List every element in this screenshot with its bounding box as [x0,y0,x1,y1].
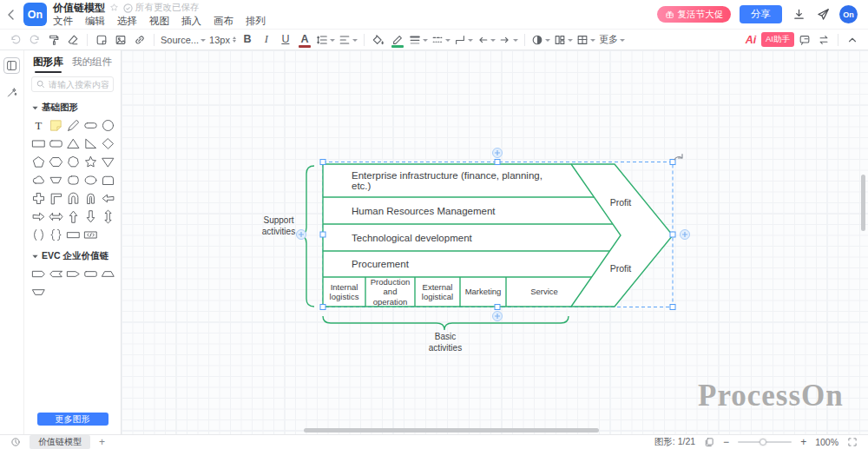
table-select[interactable] [575,31,596,49]
shape-rounded-rect[interactable] [48,135,64,152]
bold-button[interactable]: B [239,31,256,49]
shape-evc-rounded[interactable] [82,266,99,282]
add-page-button[interactable]: + [99,436,105,448]
font-family-select[interactable]: Source... [160,31,207,49]
ai-magic-icon[interactable] [3,84,20,101]
shape-arrow-up[interactable] [65,208,82,225]
shape-blob[interactable] [82,172,99,188]
font-size-select[interactable]: 13px [208,31,237,49]
line-width-select[interactable] [408,31,429,49]
shape-squircle[interactable] [65,172,82,188]
shape-right-triangle[interactable] [82,135,99,152]
arrow-start-select[interactable] [476,31,496,49]
line-height-select[interactable] [315,31,336,49]
arrow-end-select[interactable] [498,31,519,49]
profit-upper-label[interactable]: Profit [595,197,647,208]
shape-hexagon[interactable] [48,154,64,170]
connection-point[interactable] [493,149,503,158]
canvas[interactable]: Support activities Enterprise infrastruc… [122,50,868,434]
layout-select[interactable] [553,31,574,49]
redo-icon[interactable] [26,31,43,49]
vc-row-technological-development[interactable]: Technological development [352,224,560,251]
tab-shape-library[interactable]: 图形库 [33,51,63,73]
font-size-stepper[interactable] [233,36,236,43]
vc-cell-service[interactable]: Service [506,277,582,307]
shape-arrow-updown[interactable] [100,208,116,225]
search-input[interactable] [49,80,108,89]
vertical-scrollbar[interactable] [861,175,865,231]
pages-icon[interactable] [704,437,714,447]
account-avatar[interactable]: On [839,5,858,23]
shape-arch-narrow[interactable] [82,190,99,207]
menu-insert[interactable]: 插入 [181,15,201,28]
connection-point[interactable] [493,312,503,321]
shape-parens[interactable] [30,227,47,243]
link-icon[interactable] [131,31,148,49]
page-tab[interactable]: 价值链模型 [30,435,90,449]
shape-rect[interactable] [30,135,47,152]
vc-cell-internal-logistics[interactable]: Internal logistics [323,277,365,307]
format-painter-icon[interactable] [45,31,62,49]
underline-button[interactable]: U [277,31,294,49]
profit-lower-label[interactable]: Profit [595,263,647,274]
share-button[interactable]: 分享 [740,5,782,23]
shape-evc-trap-down[interactable] [30,284,47,300]
vc-row-human-resources[interactable]: Human Resources Management [352,197,560,224]
shape-evc-flag[interactable] [30,266,47,282]
shape-diamond[interactable] [100,135,116,152]
shape-arrow-double[interactable] [48,208,64,225]
vc-cell-external-logistical[interactable]: External logistical [415,277,460,307]
shape-code-box[interactable] [82,227,99,243]
shape-triangle[interactable] [65,135,82,152]
font-color-button[interactable]: A [296,31,313,49]
resize-handle[interactable] [320,160,326,165]
shape-cross[interactable] [30,190,47,207]
shape-circle[interactable] [100,117,116,134]
collapse-toolbar-icon[interactable] [844,31,861,49]
vc-cell-production-operation[interactable]: Production and operation [365,277,415,307]
shape-pen[interactable] [65,117,82,134]
connection-point[interactable] [681,230,690,240]
horizontal-scrollbar[interactable] [304,428,599,432]
line-style-select[interactable] [431,31,451,49]
processon-logo[interactable]: On [23,3,47,26]
basic-activities-label[interactable]: Basic activities [419,331,471,353]
send-icon[interactable] [815,7,831,23]
shape-evc-arrow-box[interactable] [65,266,82,282]
menu-file[interactable]: 文件 [53,15,73,28]
ai-logo[interactable]: Ai [742,31,760,49]
italic-button[interactable]: I [258,31,275,49]
back-icon[interactable] [7,10,17,20]
tab-my-components[interactable]: 我的组件 [72,51,112,73]
overview-icon[interactable] [10,437,21,447]
shape-cloud[interactable] [30,172,47,188]
theme-select[interactable] [530,31,551,49]
shape-trapezoid-down[interactable] [48,172,64,188]
shape-evc-trap-up[interactable] [100,266,116,282]
shape-heptagon[interactable] [65,154,82,170]
shape-text[interactable] [30,117,47,134]
menu-edit[interactable]: 编辑 [85,15,105,28]
shape-star[interactable] [82,154,99,170]
zoom-slider-handle[interactable] [760,439,766,446]
text-align-select[interactable] [338,31,358,49]
fill-color-button[interactable] [370,31,387,49]
feedback-icon[interactable] [796,31,813,49]
basic-brace[interactable] [323,316,569,330]
more-menu[interactable]: 更多 [598,31,626,49]
stroke-color-button[interactable] [389,31,406,49]
compare-arrows-icon[interactable] [815,31,832,49]
shape-arch[interactable] [65,190,82,207]
shape-arrow-right[interactable] [30,208,47,225]
favorite-star-icon[interactable] [109,0,119,16]
menu-arrange[interactable]: 排列 [246,15,266,28]
menu-canvas[interactable]: 画布 [214,15,233,28]
resize-handle[interactable] [670,305,675,310]
zoom-slider[interactable] [738,441,792,443]
zoom-in-button[interactable]: + [800,437,806,447]
shape-pill[interactable] [82,117,99,134]
vc-cell-marketing[interactable]: Marketing [460,277,506,307]
shape-section-header-1[interactable]: EVC 企业价值链 [24,245,121,265]
shape-braces[interactable] [48,227,64,243]
menu-select[interactable]: 选择 [117,15,137,28]
